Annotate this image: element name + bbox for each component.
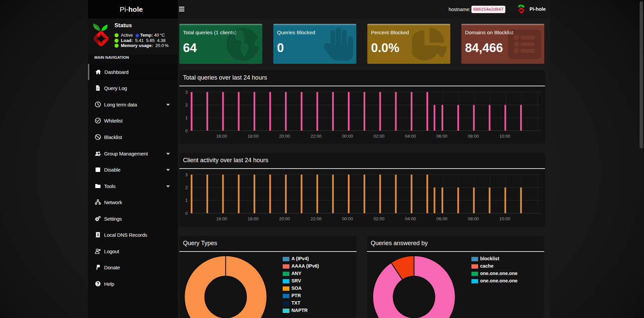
svg-text:04:00: 04:00 [405, 134, 416, 139]
svg-text:20:00: 20:00 [279, 134, 290, 139]
svg-text:00:00: 00:00 [342, 216, 353, 221]
svg-text:08:00: 08:00 [468, 134, 479, 139]
svg-text:2: 2 [185, 102, 188, 107]
svg-text:3: 3 [185, 172, 188, 177]
svg-text:18:00: 18:00 [247, 134, 259, 139]
svg-text:1: 1 [185, 198, 188, 203]
svg-text:22:00: 22:00 [311, 134, 322, 139]
svg-text:22:00: 22:00 [311, 216, 322, 221]
svg-text:1: 1 [185, 115, 188, 120]
svg-text:3: 3 [185, 90, 188, 95]
svg-text:20:00: 20:00 [279, 216, 290, 221]
svg-text:04:00: 04:00 [405, 216, 416, 221]
svg-text:2: 2 [185, 185, 188, 190]
svg-text:02:00: 02:00 [373, 134, 384, 139]
svg-text:06:00: 06:00 [436, 134, 448, 139]
svg-text:16:00: 16:00 [216, 134, 227, 139]
svg-text:08:00: 08:00 [468, 216, 479, 221]
svg-text:18:00: 18:00 [247, 216, 259, 221]
svg-text:02:00: 02:00 [373, 216, 384, 221]
svg-text:00:00: 00:00 [342, 134, 353, 139]
svg-text:0: 0 [185, 211, 188, 216]
svg-text:10:00: 10:00 [499, 134, 510, 139]
svg-text:06:00: 06:00 [436, 216, 448, 221]
svg-text:0: 0 [185, 128, 188, 133]
svg-text:16:00: 16:00 [216, 216, 227, 221]
svg-text:10:00: 10:00 [499, 216, 510, 221]
